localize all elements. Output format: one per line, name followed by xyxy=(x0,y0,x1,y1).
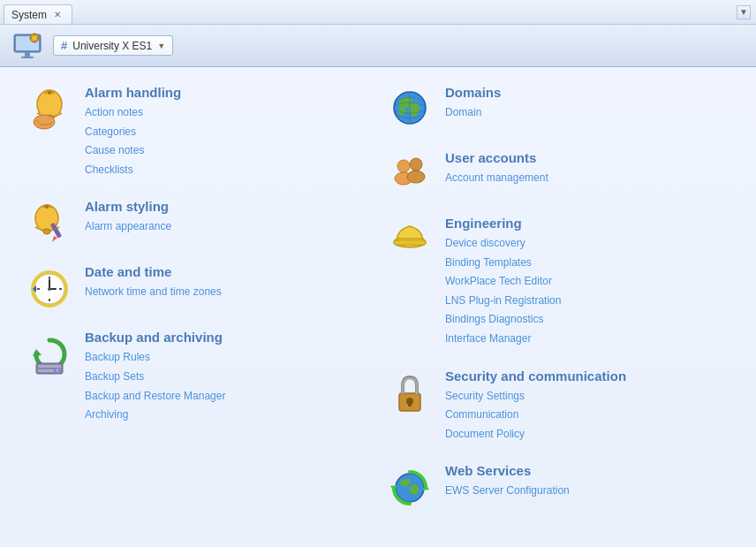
right-column: Domains Domain User ac xyxy=(387,85,730,528)
svg-rect-52 xyxy=(408,401,412,406)
svg-rect-33 xyxy=(38,365,61,368)
binding-templates-link[interactable]: Binding Templates xyxy=(445,254,730,273)
backup-archiving-content: Backup and archiving Backup Rules Backup… xyxy=(85,330,369,424)
svg-rect-34 xyxy=(38,369,54,372)
tab-dropdown[interactable]: ▼ xyxy=(737,5,756,19)
user-accounts-title: User accounts xyxy=(445,150,730,165)
user-accounts-content: User accounts Account management xyxy=(445,150,730,188)
svg-rect-48 xyxy=(394,240,426,245)
svg-point-45 xyxy=(410,158,422,171)
dropdown-arrow-icon: ▼ xyxy=(739,7,748,17)
tab-dropdown-arrow[interactable]: ▼ xyxy=(737,5,751,19)
selector-arrow-icon: ▼ xyxy=(157,42,165,50)
date-time-title: Date and time xyxy=(85,264,369,279)
device-discovery-link[interactable]: Device discovery xyxy=(445,234,730,254)
svg-point-39 xyxy=(398,107,405,116)
svg-point-30 xyxy=(48,287,51,291)
svg-rect-2 xyxy=(25,52,30,57)
backup-restore-link[interactable]: Backup and Restore Manager xyxy=(85,387,369,406)
main-content: Alarm handling Action notes Categories C… xyxy=(0,67,756,547)
archiving-link[interactable]: Archiving xyxy=(85,406,369,425)
backup-icon xyxy=(26,330,72,376)
svg-point-53 xyxy=(396,474,424,502)
server-name-label: University X ES1 xyxy=(72,40,152,52)
section-alarm-handling: Alarm handling Action notes Categories C… xyxy=(26,85,369,179)
globe-icon xyxy=(387,85,433,131)
svg-rect-32 xyxy=(36,363,63,374)
sections-grid: Alarm handling Action notes Categories C… xyxy=(26,85,730,528)
alarm-bell-icon xyxy=(26,85,72,131)
domain-link[interactable]: Domain xyxy=(445,103,730,123)
alarm-handling-title: Alarm handling xyxy=(85,85,369,100)
security-settings-link[interactable]: Security Settings xyxy=(445,387,730,406)
alarm-appearance-link[interactable]: Alarm appearance xyxy=(85,217,369,237)
backup-archiving-title: Backup and archiving xyxy=(85,330,369,345)
toolbar: # University X ES1 ▼ xyxy=(0,25,756,67)
section-user-accounts: User accounts Account management xyxy=(387,150,730,196)
svg-point-12 xyxy=(48,91,51,95)
section-alarm-styling: Alarm styling Alarm appearance xyxy=(26,199,369,245)
svg-point-35 xyxy=(56,368,59,372)
ews-server-link[interactable]: EWS Server Configuration xyxy=(445,482,730,501)
date-time-content: Date and time Network time and time zone… xyxy=(85,264,369,302)
categories-link[interactable]: Categories xyxy=(85,123,369,142)
engineering-content: Engineering Device discovery Binding Tem… xyxy=(445,216,730,349)
tab-label: System xyxy=(11,9,47,21)
document-policy-link[interactable]: Document Policy xyxy=(445,425,730,444)
title-bar: System ✕ ▼ xyxy=(0,0,756,25)
workplace-tech-editor-link[interactable]: WorkPlace Tech Editor xyxy=(445,272,730,292)
web-services-content: Web Services EWS Server Configuration xyxy=(445,463,730,501)
svg-point-16 xyxy=(45,205,49,209)
system-tab[interactable]: System ✕ xyxy=(4,4,72,24)
checklists-link[interactable]: Checklists xyxy=(85,161,369,180)
svg-point-55 xyxy=(410,484,419,495)
backup-rules-link[interactable]: Backup Rules xyxy=(85,348,369,368)
svg-rect-3 xyxy=(21,57,34,58)
left-column: Alarm handling Action notes Categories C… xyxy=(26,85,369,528)
hash-symbol: # xyxy=(61,39,67,52)
hardhat-icon xyxy=(387,216,433,262)
cause-notes-link[interactable]: Cause notes xyxy=(85,141,369,161)
svg-marker-18 xyxy=(52,236,57,242)
svg-point-43 xyxy=(397,160,410,172)
account-management-link[interactable]: Account management xyxy=(445,169,730,188)
alarm-handling-content: Alarm handling Action notes Categories C… xyxy=(85,85,369,179)
svg-point-46 xyxy=(407,171,425,183)
tab-area: System ✕ xyxy=(0,0,72,24)
web-services-icon xyxy=(387,463,433,509)
backup-sets-link[interactable]: Backup Sets xyxy=(85,368,369,387)
security-communication-title: Security and communication xyxy=(445,368,730,384)
svg-point-5 xyxy=(33,35,37,40)
action-notes-link[interactable]: Action notes xyxy=(85,103,369,123)
svg-point-15 xyxy=(43,229,50,234)
engineering-title: Engineering xyxy=(445,216,730,231)
tab-close-button[interactable]: ✕ xyxy=(52,10,63,20)
svg-marker-31 xyxy=(33,349,42,356)
section-backup-archiving: Backup and archiving Backup Rules Backup… xyxy=(26,330,369,424)
clock-icon xyxy=(26,264,72,310)
bindings-diagnostics-link[interactable]: Bindings Diagnostics xyxy=(445,310,730,330)
computer-icon xyxy=(11,29,44,63)
communication-link[interactable]: Communication xyxy=(445,406,730,425)
alarm-styling-title: Alarm styling xyxy=(85,199,369,214)
section-date-time: Date and time Network time and time zone… xyxy=(26,264,369,310)
web-services-title: Web Services xyxy=(445,463,730,478)
alarm-styling-content: Alarm styling Alarm appearance xyxy=(85,199,369,237)
domains-title: Domains xyxy=(445,85,730,100)
users-icon xyxy=(387,150,433,196)
section-domains: Domains Domain xyxy=(387,85,730,131)
lns-plugin-link[interactable]: LNS Plug-in Registration xyxy=(445,292,730,311)
domains-content: Domains Domain xyxy=(445,85,730,123)
security-communication-content: Security and communication Security Sett… xyxy=(445,368,730,444)
network-time-link[interactable]: Network time and time zones xyxy=(85,283,369,302)
lock-icon xyxy=(387,368,433,414)
interface-manager-link[interactable]: Interface Manager xyxy=(445,330,730,349)
server-selector[interactable]: # University X ES1 ▼ xyxy=(53,35,173,56)
section-web-services: Web Services EWS Server Configuration xyxy=(387,463,730,509)
section-engineering: Engineering Device discovery Binding Tem… xyxy=(387,216,730,349)
section-security-communication: Security and communication Security Sett… xyxy=(387,368,730,444)
alarm-bell-paint-icon xyxy=(26,199,72,245)
